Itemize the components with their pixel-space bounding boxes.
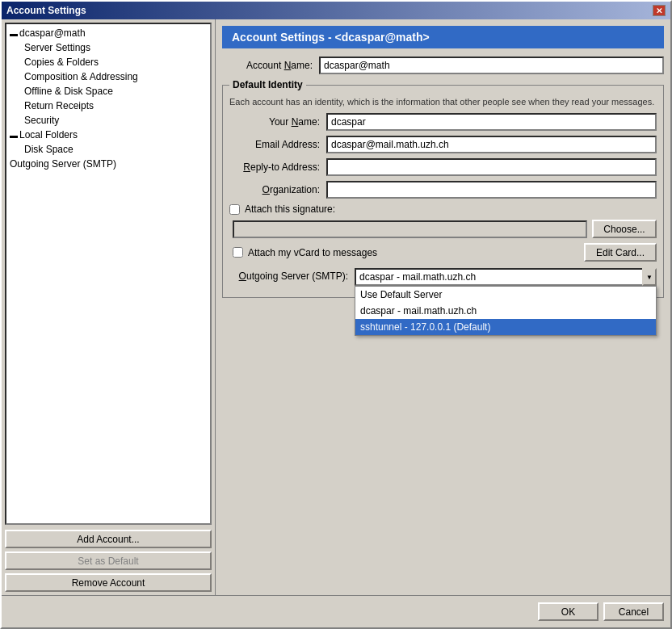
left-bottom-buttons: Add Account... Set as Default Remove Acc… bbox=[5, 525, 212, 592]
tree-item-outgoing[interactable]: Outgoing Server (SMTP) bbox=[8, 157, 208, 171]
dropdown-wrapper: ▼ bbox=[355, 268, 657, 286]
vcard-checkbox[interactable] bbox=[233, 247, 243, 258]
fieldset-legend: Default Identity bbox=[229, 79, 306, 90]
account-name-input[interactable] bbox=[319, 57, 664, 74]
email-input[interactable] bbox=[326, 136, 657, 153]
dropdown-option-sshtunnel[interactable]: sshtunnel - 127.0.0.1 (Default) bbox=[355, 319, 656, 335]
attach-sig-label: Attach this signature: bbox=[245, 203, 335, 215]
your-name-label: Your Name: bbox=[229, 116, 326, 128]
tree-children-local: Disk Space bbox=[8, 142, 208, 157]
signature-input[interactable] bbox=[233, 220, 587, 238]
dropdown-option-default-server[interactable]: Use Default Server bbox=[355, 287, 656, 303]
tree-item-dcaspar[interactable]: ▬ dcaspar@math bbox=[8, 26, 208, 40]
tree-item-copies-folders[interactable]: Copies & Folders bbox=[21, 55, 208, 69]
org-row: Organization: bbox=[229, 181, 657, 199]
fieldset-desc: Each account has an identity, which is t… bbox=[229, 97, 657, 107]
left-panel: ▬ dcaspar@math Server Settings Copies & … bbox=[2, 19, 216, 595]
outgoing-dropdown-display[interactable] bbox=[355, 268, 657, 286]
email-label: Email Address: bbox=[229, 139, 326, 150]
reply-to-row: Reply-to Address: bbox=[229, 158, 657, 176]
signature-row: Choose... bbox=[229, 220, 657, 238]
vcard-label: Attach my vCard to messages bbox=[248, 247, 377, 258]
ok-button[interactable]: OK bbox=[538, 602, 598, 621]
main-content: ▬ dcaspar@math Server Settings Copies & … bbox=[2, 19, 670, 595]
title-bar: Account Settings ✕ bbox=[2, 2, 670, 19]
your-name-row: Your Name: bbox=[229, 113, 657, 131]
your-name-input[interactable] bbox=[326, 113, 657, 131]
cancel-button[interactable]: Cancel bbox=[603, 602, 664, 621]
remove-account-button[interactable]: Remove Account bbox=[5, 573, 212, 592]
outgoing-server-row: Outgoing Server (SMTP): ▼ Use Default Se… bbox=[229, 268, 657, 286]
attach-sig-row: Attach this signature: bbox=[229, 203, 657, 215]
tree-item-return-receipts[interactable]: Return Receipts bbox=[21, 99, 208, 113]
window-title: Account Settings bbox=[6, 5, 86, 16]
tree-children-dcaspar: Server Settings Copies & Folders Composi… bbox=[8, 40, 208, 128]
tree-item-security[interactable]: Security bbox=[21, 113, 208, 128]
account-settings-window: Account Settings ✕ ▬ dcaspar@math Server… bbox=[0, 0, 672, 629]
footer-bar: OK Cancel bbox=[2, 595, 670, 627]
default-identity-fieldset: Default Identity Each account has an ide… bbox=[222, 79, 664, 298]
vcard-row: Attach my vCard to messages Edit Card... bbox=[229, 243, 657, 262]
reply-to-input[interactable] bbox=[326, 158, 657, 176]
account-name-label: Account Name: bbox=[222, 60, 319, 71]
choose-button[interactable]: Choose... bbox=[592, 220, 657, 238]
set-default-button[interactable]: Set as Default bbox=[5, 551, 212, 570]
attach-sig-checkbox[interactable] bbox=[229, 204, 240, 215]
tree-item-local-folders[interactable]: ▬ Local Folders bbox=[8, 128, 208, 142]
tree-item-offline[interactable]: Offline & Disk Space bbox=[21, 84, 208, 99]
panel-title: Account Settings - <dcaspar@math> bbox=[222, 26, 664, 48]
account-name-row: Account Name: bbox=[222, 57, 664, 74]
account-tree[interactable]: ▬ dcaspar@math Server Settings Copies & … bbox=[5, 23, 212, 525]
add-account-button[interactable]: Add Account... bbox=[5, 530, 212, 548]
collapse-icon-local: ▬ bbox=[10, 131, 18, 140]
tree-label-dcaspar: dcaspar@math bbox=[19, 27, 86, 39]
outgoing-dropdown-list: Use Default Server dcaspar - mail.math.u… bbox=[355, 286, 657, 336]
tree-item-composition[interactable]: Composition & Addressing bbox=[21, 69, 208, 84]
org-input[interactable] bbox=[326, 181, 657, 199]
tree-label-outgoing: Outgoing Server (SMTP) bbox=[10, 158, 116, 170]
right-panel: Account Settings - <dcaspar@math> Accoun… bbox=[216, 19, 670, 595]
vcard-checkbox-group: Attach my vCard to messages bbox=[233, 247, 377, 258]
email-row: Email Address: bbox=[229, 136, 657, 153]
edit-card-button[interactable]: Edit Card... bbox=[584, 243, 657, 262]
org-label: Organization: bbox=[229, 184, 326, 195]
tree-label-local: Local Folders bbox=[19, 129, 78, 140]
dropdown-option-dcaspar[interactable]: dcaspar - mail.math.uzh.ch bbox=[355, 303, 656, 319]
outgoing-label: Outgoing Server (SMTP): bbox=[229, 268, 355, 282]
reply-to-label: Reply-to Address: bbox=[229, 161, 326, 173]
outgoing-dropdown-container: ▼ Use Default Server dcaspar - mail.math… bbox=[355, 268, 657, 286]
tree-item-disk-space[interactable]: Disk Space bbox=[21, 142, 208, 157]
close-button[interactable]: ✕ bbox=[653, 5, 666, 16]
tree-item-server-settings[interactable]: Server Settings bbox=[21, 40, 208, 55]
collapse-icon-dcaspar: ▬ bbox=[10, 29, 18, 38]
